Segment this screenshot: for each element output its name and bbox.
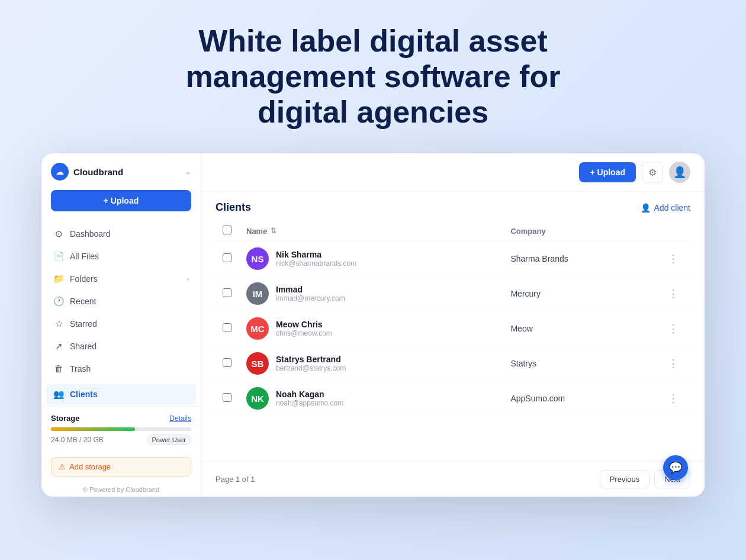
row-checkbox[interactable] [223,358,231,367]
person-add-icon: 👤 [641,203,651,213]
storage-details-link[interactable]: Details [169,414,191,423]
chat-icon: 💬 [669,461,682,474]
sidebar-item-dashboard[interactable]: ⊙ Dashboard [46,223,196,244]
company-name: Sharma Brands [503,242,656,276]
row-checkbox[interactable] [223,288,231,297]
clients-table-container: Name ⇅ Company [201,221,705,461]
client-details: Nik Sharma nick@sharmabrands.com [276,250,356,268]
row-checkbox[interactable] [223,393,231,402]
pagination-bar: Page 1 of 1 Previous Next [201,461,705,497]
power-user-badge: Power User [147,435,191,445]
sidebar-item-label: Shared [70,342,189,351]
brand-icon: ☁ [51,163,69,181]
company-name: Meow [503,311,656,346]
dashboard-icon: ⊙ [53,228,64,239]
table-row: NS Nik Sharma nick@sharmabrands.com Shar… [216,242,690,276]
client-avatar: MC [246,317,269,340]
row-checkbox[interactable] [223,323,231,332]
client-avatar: NK [246,387,269,410]
trash-icon: 🗑 [53,363,64,374]
row-more-button[interactable]: ⋮ [663,355,683,372]
storage-used: 24.0 MB / 20 GB [51,436,104,444]
client-avatar: NS [246,247,269,270]
client-details: Statrys Bertrand bertrand@statrys.com [276,355,346,372]
chevron-down-icon: ⌄ [185,168,191,176]
clients-icon: 👥 [53,389,64,400]
share-icon: ↗ [53,341,64,352]
storage-bar-fill [51,427,135,431]
powered-by: © Powered by Cloudbrand [41,481,201,497]
table-row: IM Immad immad@mercury.com Mercury ⋮ [216,276,690,311]
client-email: bertrand@statrys.com [276,364,346,372]
sidebar-item-starred[interactable]: ☆ Starred [46,313,196,334]
brand-logo[interactable]: ☁ Cloudbrand [51,163,123,181]
client-info: SB Statrys Bertrand bertrand@statrys.com [246,352,496,375]
sidebar-item-folders[interactable]: 📁 Folders › [46,268,196,289]
client-email: noah@appsumo.com [276,399,343,407]
client-name: Nik Sharma [276,250,356,259]
table-row: NK Noah Kagan noah@appsumo.com AppSumo.c… [216,381,690,416]
folder-icon: 📁 [53,273,64,284]
add-client-button[interactable]: 👤 Add client [641,203,690,213]
sidebar-item-trash[interactable]: 🗑 Trash [46,358,196,379]
client-details: Meow Chris chris@meow.com [276,320,332,337]
user-avatar[interactable]: 👤 [669,162,690,183]
client-email: immad@mercury.com [276,294,345,302]
client-details: Noah Kagan noah@appsumo.com [276,390,343,407]
sidebar-item-clients[interactable]: 👥 Clients [46,384,196,405]
row-checkbox[interactable] [223,253,231,262]
file-icon: 📄 [53,251,64,262]
settings-button[interactable]: ⚙ [642,162,663,183]
client-name: Statrys Bertrand [276,355,346,364]
previous-button[interactable]: Previous [600,470,650,488]
clock-icon: 🕐 [53,296,64,307]
sort-icon: ⇅ [271,227,276,235]
sidebar-item-label: Folders [70,274,181,284]
row-more-button[interactable]: ⋮ [663,390,683,407]
storage-label: Storage [51,414,79,423]
client-info: NK Noah Kagan noah@appsumo.com [246,387,496,410]
client-details: Immad immad@mercury.com [276,285,345,302]
sidebar-nav: ⊙ Dashboard 📄 All Files 📁 Folders › 🕐 [41,223,201,406]
row-more-button[interactable]: ⋮ [663,320,683,337]
top-upload-button[interactable]: + Upload [579,162,636,182]
clients-table: Name ⇅ Company [216,221,690,416]
company-column-header: Company [510,227,545,236]
sidebar-header: ☁ Cloudbrand ⌄ [41,163,201,190]
company-name: Statrys [503,346,656,381]
warning-icon: ⚠ [59,462,66,471]
name-column-header: Name [246,227,267,236]
client-info: NS Nik Sharma nick@sharmabrands.com [246,247,496,270]
brand-name: Cloudbrand [73,167,123,177]
sidebar: ☁ Cloudbrand ⌄ + Upload ⊙ Dashboard 📄 Al… [41,153,201,497]
sidebar-item-label: Starred [70,319,189,329]
table-row: SB Statrys Bertrand bertrand@statrys.com… [216,346,690,381]
storage-bar-background [51,427,191,431]
row-more-button[interactable]: ⋮ [663,250,683,268]
select-all-checkbox[interactable] [223,226,231,234]
sidebar-item-label: Trash [70,364,189,374]
client-info: IM Immad immad@mercury.com [246,282,496,305]
client-info: MC Meow Chris chris@meow.com [246,317,496,340]
sidebar-item-label: Clients [70,390,189,399]
sidebar-item-all-files[interactable]: 📄 All Files [46,246,196,267]
company-name: Mercury [503,276,656,311]
client-name: Noah Kagan [276,390,343,399]
sidebar-item-shared[interactable]: ↗ Shared [46,336,196,357]
clients-header: Clients 👤 Add client [201,192,705,221]
sidebar-item-label: All Files [70,252,189,261]
gear-icon: ⚙ [648,167,657,178]
sidebar-upload-button[interactable]: + Upload [51,190,191,211]
storage-section: Storage Details 24.0 MB / 20 GB Power Us… [41,406,201,452]
client-email: chris@meow.com [276,329,332,337]
chevron-right-icon: › [186,275,189,282]
clients-title: Clients [216,201,251,214]
sidebar-item-recent[interactable]: 🕐 Recent [46,291,196,312]
app-window: ☁ Cloudbrand ⌄ + Upload ⊙ Dashboard 📄 Al… [41,153,705,497]
client-email: nick@sharmabrands.com [276,259,356,268]
hero-title: White label digital asset management sof… [160,24,586,130]
row-more-button[interactable]: ⋮ [663,285,683,302]
add-storage-button[interactable]: ⚠ Add storage [51,457,191,477]
client-name: Meow Chris [276,320,332,329]
table-row: MC Meow Chris chris@meow.com Meow ⋮ [216,311,690,346]
